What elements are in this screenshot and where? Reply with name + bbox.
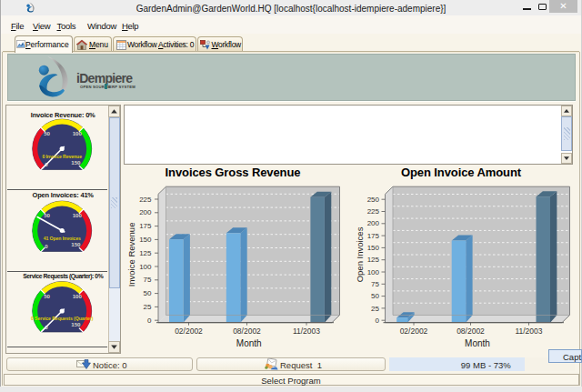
svg-text:50: 50 bbox=[44, 293, 50, 299]
svg-text:100: 100 bbox=[139, 263, 152, 271]
svg-text:0: 0 bbox=[45, 243, 48, 249]
svg-text:41 Open Invoices: 41 Open Invoices bbox=[44, 235, 81, 240]
svg-text:Month: Month bbox=[465, 338, 490, 348]
svg-text:0: 0 bbox=[147, 317, 152, 325]
svg-text:Invoice Revenue: 0%: Invoice Revenue: 0% bbox=[31, 111, 95, 119]
svg-text:75: 75 bbox=[371, 280, 379, 288]
svg-text:Invoice Revenue: Invoice Revenue bbox=[127, 223, 137, 287]
svg-text:Month: Month bbox=[236, 338, 262, 348]
svg-text:150: 150 bbox=[71, 159, 81, 166]
svg-text:50: 50 bbox=[44, 212, 50, 218]
svg-text:Open Invoices: Open Invoices bbox=[355, 226, 365, 282]
svg-text:200: 200 bbox=[367, 219, 380, 227]
svg-text:100: 100 bbox=[73, 293, 83, 299]
svg-text:150: 150 bbox=[71, 240, 81, 246]
svg-text:175: 175 bbox=[367, 232, 380, 240]
svg-text:225: 225 bbox=[139, 196, 152, 204]
svg-text:11/2003: 11/2003 bbox=[293, 327, 320, 336]
svg-text:Open Invoices: 41%: Open Invoices: 41% bbox=[33, 190, 95, 198]
svg-text:125: 125 bbox=[139, 249, 152, 257]
svg-text:75: 75 bbox=[144, 276, 152, 284]
svg-text:175: 175 bbox=[139, 222, 152, 230]
svg-text:50: 50 bbox=[44, 130, 50, 136]
svg-text:08/2002: 08/2002 bbox=[457, 327, 485, 336]
svg-text:08/2002: 08/2002 bbox=[233, 327, 261, 336]
svg-text:50: 50 bbox=[144, 289, 152, 297]
svg-text:100: 100 bbox=[73, 130, 83, 136]
svg-text:Invoices Gross Revenue: Invoices Gross Revenue bbox=[166, 166, 301, 179]
svg-text:02/2002: 02/2002 bbox=[400, 327, 428, 336]
svg-text:150: 150 bbox=[139, 236, 152, 244]
svg-text:Service Requests (Quarter): 0%: Service Requests (Quarter): 0% bbox=[23, 273, 104, 280]
svg-text:0: 0 bbox=[376, 317, 380, 325]
svg-text:0 Service Requests (Quarter): 0 Service Requests (Quarter) bbox=[31, 316, 94, 321]
svg-text:100: 100 bbox=[367, 268, 380, 276]
svg-text:150: 150 bbox=[367, 244, 380, 252]
svg-text:11/2003: 11/2003 bbox=[515, 327, 542, 336]
svg-text:Open Invoice Amount: Open Invoice Amount bbox=[401, 166, 522, 179]
svg-text:250: 250 bbox=[367, 196, 380, 204]
svg-text:50: 50 bbox=[371, 292, 379, 300]
svg-text:0 Invoice Revenue: 0 Invoice Revenue bbox=[42, 154, 82, 159]
svg-text:02/2002: 02/2002 bbox=[175, 327, 203, 336]
svg-text:225: 225 bbox=[367, 207, 380, 216]
svg-text:100: 100 bbox=[73, 212, 83, 218]
svg-text:150: 150 bbox=[71, 321, 81, 327]
svg-text:25: 25 bbox=[144, 303, 152, 311]
svg-text:200: 200 bbox=[139, 208, 152, 216]
svg-text:125: 125 bbox=[367, 256, 380, 264]
svg-text:25: 25 bbox=[371, 305, 379, 313]
